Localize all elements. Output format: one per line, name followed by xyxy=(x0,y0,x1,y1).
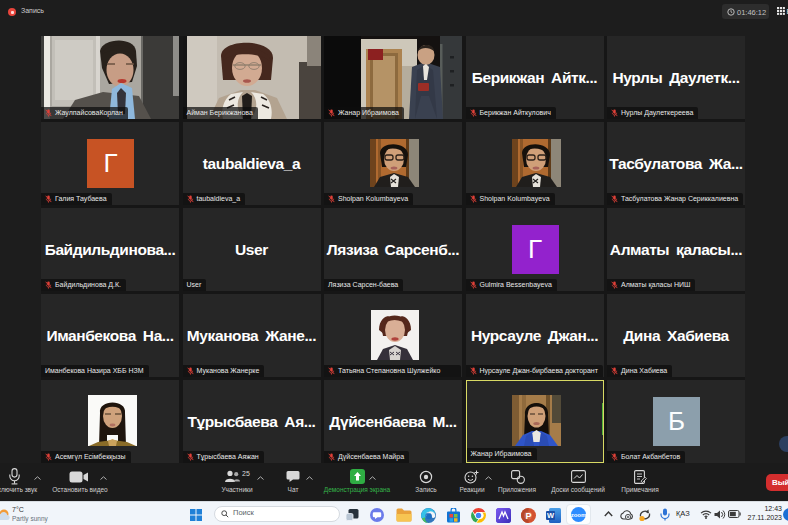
svg-text:zoom: zoom xyxy=(571,512,586,518)
svg-text:P: P xyxy=(525,511,531,521)
svg-text:W: W xyxy=(547,511,555,520)
